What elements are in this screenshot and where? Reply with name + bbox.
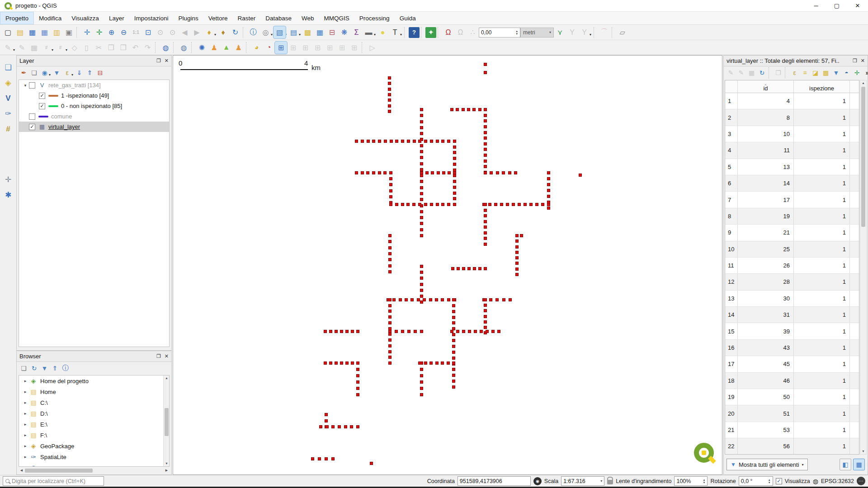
grid-tool-3-icon[interactable]: ⊞	[311, 42, 324, 54]
cell-id[interactable]: 46	[738, 373, 794, 389]
cell-ispezione[interactable]: 1	[794, 291, 850, 306]
table-row[interactable]: 15391	[725, 323, 859, 339]
scrollbar-thumb[interactable]	[165, 408, 169, 436]
table-row[interactable]: 19501	[725, 389, 859, 405]
table-row[interactable]: 22561	[725, 438, 859, 455]
cell-ispezione[interactable]: 1	[794, 258, 850, 273]
table-row[interactable]: 141	[725, 93, 859, 109]
cell-id[interactable]: 31	[738, 307, 794, 323]
node-select-icon[interactable]: ▷	[366, 42, 378, 54]
browser-item-geopackage[interactable]: ▸◈GeoPackage	[19, 441, 169, 451]
cell-ispezione[interactable]: 1	[794, 142, 850, 158]
browser-item-e-drive[interactable]: ▸▤E:\	[19, 419, 169, 430]
show-all-features-button[interactable]: ▼ Mostra tutti gli elementi ▾	[726, 459, 808, 470]
expand-all-icon[interactable]: ⇓	[74, 67, 85, 78]
cell-ispezione[interactable]: 1	[794, 323, 850, 339]
add-selected-layers-icon[interactable]: ❏	[19, 363, 29, 373]
db-manager-icon[interactable]: ◍	[160, 42, 172, 54]
row-number[interactable]: 6	[725, 175, 738, 191]
cell-id[interactable]: 56	[738, 438, 794, 454]
plugin-person-icon[interactable]: ♟	[208, 42, 220, 54]
scroll-down-icon[interactable]: ▼	[860, 449, 866, 454]
plugin-builder-icon[interactable]: ✺	[196, 42, 208, 54]
column-header-id[interactable]: ^ id	[738, 80, 794, 93]
grid-tool-4-icon[interactable]: ⊞	[324, 42, 336, 54]
close-button[interactable]: ✕	[847, 0, 868, 12]
cell-id[interactable]: 51	[738, 405, 794, 421]
table-view-toggle[interactable]: ▦	[853, 459, 865, 470]
table-row[interactable]: 21531	[725, 422, 859, 438]
expander-icon[interactable]: ▸	[22, 444, 29, 448]
cell-ispezione[interactable]: 1	[794, 340, 850, 356]
help-icon[interactable]: ?	[409, 27, 420, 38]
cell-ispezione[interactable]: 1	[794, 356, 850, 372]
cell-ispezione[interactable]: 1	[794, 405, 850, 421]
browser-item-f-drive[interactable]: ▸▤F:\	[19, 430, 169, 441]
show-bookmarks-icon[interactable]: ♦	[217, 26, 229, 38]
cell-id[interactable]: 8	[738, 109, 794, 125]
browser-collapse-all-icon[interactable]: ⇑	[50, 363, 60, 373]
menu-layer[interactable]: Layer	[104, 12, 129, 24]
browser-horizontal-scrollbar[interactable]: ◀ ▶	[19, 468, 170, 474]
cell-ispezione[interactable]: 1	[794, 438, 850, 454]
scale-lock-icon[interactable]	[607, 480, 613, 484]
scroll-up-icon[interactable]: ▲	[164, 375, 170, 381]
magnifier-input[interactable]: 100% ▲▼	[674, 476, 708, 486]
table-row[interactable]: 5131	[725, 159, 859, 175]
table-row[interactable]: 18461	[725, 373, 859, 389]
messages-icon[interactable]: ⋯	[857, 477, 865, 485]
table-row[interactable]: 4111	[725, 142, 859, 159]
row-number[interactable]: 22	[725, 438, 738, 454]
manage-map-themes-icon[interactable]: ◉	[39, 67, 50, 78]
snapping-magnet-icon[interactable]: Ω	[442, 26, 454, 38]
row-number[interactable]: 10	[725, 241, 738, 257]
zoom-full-icon[interactable]: ⊡	[142, 26, 154, 38]
save-project-icon[interactable]: ▦	[26, 26, 38, 38]
form-view-toggle[interactable]: ◧	[840, 459, 851, 470]
cell-ispezione[interactable]: 1	[794, 126, 850, 142]
vertex-tool-icon[interactable]: ◇	[68, 42, 80, 54]
filter-legend-icon[interactable]: ▼	[52, 67, 62, 78]
cell-ispezione[interactable]: 1	[794, 225, 850, 240]
expander-icon[interactable]: ▸	[22, 433, 29, 437]
attr-deselect-icon[interactable]: ▩	[821, 67, 831, 78]
row-number[interactable]: 16	[725, 340, 738, 356]
attribute-table-scrollbar[interactable]: ▲ ▼	[860, 80, 867, 455]
qgis-processing-icon[interactable]: ✦	[425, 27, 436, 38]
row-number[interactable]: 2	[725, 109, 738, 125]
menu-vettore[interactable]: Vettore	[203, 12, 233, 24]
render-checkbox[interactable]: ✓	[776, 478, 782, 484]
mmqgis-circle-icon[interactable]: ◕	[250, 42, 263, 54]
mmqgis-pie-icon[interactable]: ◔	[263, 42, 275, 54]
mouse-extent-toggle-icon[interactable]: ◉	[533, 477, 542, 485]
grid-tool-active-icon[interactable]: ⊞	[275, 42, 287, 54]
paste-features-icon[interactable]: ❐	[117, 42, 129, 54]
table-row[interactable]: 16431	[725, 340, 859, 356]
menu-guida[interactable]: Guida	[395, 12, 421, 24]
expander-icon[interactable]: ▸	[22, 389, 29, 394]
zoom-native-icon[interactable]: 1:1	[130, 26, 142, 38]
cell-ispezione[interactable]: 1	[794, 159, 850, 175]
grid-tool-2-icon[interactable]: ⊞	[299, 42, 311, 54]
layer-item-non-ispezionato[interactable]: ✓0 - non ispezionato [85]	[19, 101, 169, 111]
minimize-button[interactable]: ─	[806, 0, 826, 12]
locator-search-input[interactable]: Digita per localizzare (Ctrl+K)	[3, 476, 104, 486]
rotation-input[interactable]: 0,0 ° ▲▼	[739, 476, 773, 486]
browser-item-spatialite[interactable]: ▸✑SpatiaLite	[19, 451, 169, 462]
cut-features-icon[interactable]: ✂	[93, 42, 105, 54]
toggle-editing-icon[interactable]: ✎	[16, 42, 28, 54]
browser-item-project-home[interactable]: ▸◈Home del progetto	[19, 375, 169, 386]
browser-refresh-icon[interactable]: ↻	[29, 363, 39, 373]
menu-raster[interactable]: Raster	[233, 12, 261, 24]
attribute-panel-float-icon[interactable]: ❐	[853, 58, 857, 64]
expander-icon[interactable]: ▸	[22, 411, 29, 416]
row-number[interactable]: 1	[725, 93, 738, 109]
cell-ispezione[interactable]: 1	[794, 241, 850, 257]
attr-save-edits-icon[interactable]: ▦	[746, 67, 757, 78]
zoom-in-icon[interactable]: ⊕	[105, 26, 118, 38]
statistics-icon[interactable]: ⊟	[326, 26, 338, 38]
expander-icon[interactable]: ▸	[22, 400, 29, 405]
row-number[interactable]: 9	[725, 225, 738, 240]
cell-id[interactable]: 28	[738, 274, 794, 290]
table-row[interactable]: 14311	[725, 307, 859, 323]
